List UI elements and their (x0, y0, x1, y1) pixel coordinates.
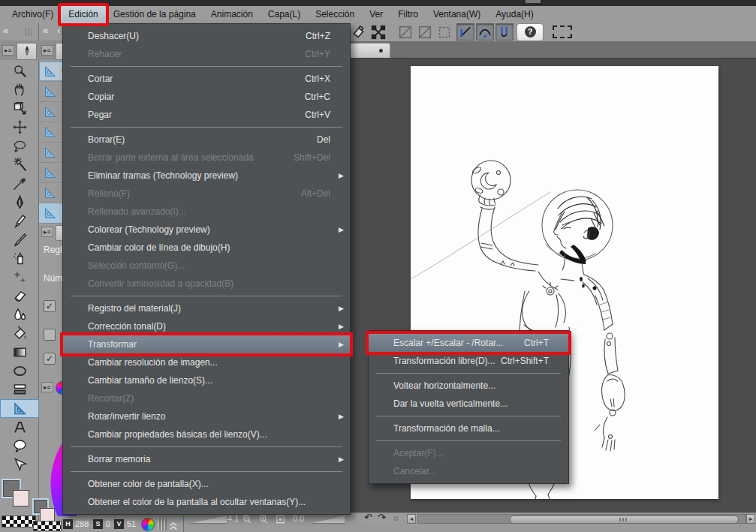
menu-item-pegar[interactable]: PegarCtrl+V (63, 106, 350, 124)
panel-menu-icon[interactable]: ▸≡ (2, 45, 14, 56)
scroll-left-button[interactable]: ◂ (407, 514, 416, 524)
menu-separator (71, 296, 342, 296)
figure-tool[interactable] (0, 362, 39, 380)
collapse-small-icon[interactable]: ‹ (57, 25, 60, 36)
menu-item-label: Selección contorno(G)... (88, 257, 330, 275)
zoom-in-icon[interactable] (258, 514, 270, 524)
menu-item-cortar[interactable]: CortarCtrl+X (63, 70, 350, 88)
property-menu-icon[interactable]: ▸≡ (41, 227, 53, 237)
menubar-item-ver[interactable]: Ver (362, 6, 390, 23)
property-field-label: Núm (44, 273, 62, 284)
menu-item-voltear-horizontalmente[interactable]: Voltear horizontalmente... (369, 377, 568, 395)
checkbox-checked[interactable]: ✓ (44, 353, 56, 365)
menu-item-aceptar-f: Aceptar(F)... (369, 444, 568, 462)
title-bar-notch (526, 0, 541, 3)
snap-to-grid-button[interactable] (495, 23, 514, 41)
ruler-tool[interactable] (0, 399, 39, 418)
zoom-out-icon[interactable] (242, 514, 253, 524)
selection-tool[interactable] (0, 137, 39, 155)
menu-item-deshacer-u[interactable]: Deshacer(U)Ctrl+Z (63, 27, 350, 45)
sub-color-swatch[interactable] (13, 490, 29, 506)
menu-item-shortcut: Alt+Del (301, 185, 330, 203)
expand-panel-chevron-icon[interactable] (168, 521, 179, 530)
scroll-right-button[interactable]: ▸ (746, 514, 755, 524)
airbrush-tool[interactable] (0, 249, 39, 268)
menu-item-cambiar-propiedades-b-sicas-del-lienzo-v[interactable]: Cambiar propiedades básicas del lienzo(V… (63, 425, 350, 443)
menubar-item-gesti-n-de-la-p-gina[interactable]: Gestión de la página (106, 6, 203, 23)
menu-item-colorear-technology-preview[interactable]: Colorear (Technology preview)▶ (63, 221, 350, 239)
menu-item-dar-la-vuelta-verticalmente[interactable]: Dar la vuelta verticalmente... (369, 395, 568, 413)
menu-item-borrar-e[interactable]: Borrar(E)Del (63, 131, 350, 149)
collapse-panel2-icon[interactable]: « (43, 25, 48, 36)
frame-tool[interactable] (0, 380, 39, 399)
decoration-tool[interactable] (0, 268, 39, 287)
rotate-cw-icon[interactable]: ↷ (378, 512, 386, 523)
scrollbar-thumb[interactable] (510, 515, 739, 524)
transform-handles-icon[interactable] (370, 24, 387, 41)
tool-palette-tab[interactable] (17, 43, 37, 60)
pencil-tool[interactable] (0, 212, 39, 230)
text-tool[interactable] (0, 418, 39, 437)
menubar-item-selecci-n[interactable]: Selección (308, 6, 362, 23)
zoom-tool[interactable] (0, 62, 39, 80)
menu-item-rellenado-avanzado-i: Rellenado avanzado(I)... (63, 203, 350, 221)
transparent-color-swatch[interactable] (2, 515, 36, 527)
move-tool[interactable] (0, 118, 39, 137)
checkbox-checked[interactable]: ✓ (44, 300, 56, 312)
pen-tool[interactable] (0, 193, 39, 212)
zoom-slider[interactable] (188, 515, 227, 524)
hand-tool[interactable] (0, 80, 39, 99)
subtool-menu-icon[interactable]: ▸≡ (41, 45, 53, 56)
wand-tool[interactable] (0, 155, 39, 174)
checkbox-unchecked[interactable] (44, 329, 56, 341)
menu-item-transformaci-n-de-malla[interactable]: Transformación de malla... (369, 419, 568, 437)
menu-item-obtener-color-de-pantalla-x[interactable]: Obtener color de pantalla(X)... (63, 475, 350, 493)
menu-item-eliminar-tramas-technology-preview[interactable]: Eliminar tramas (Technology preview)▶ (63, 167, 350, 185)
menu-item-rotar-invertir-lienzo[interactable]: Rotar/invertir lienzo▶ (63, 407, 350, 425)
panel-grip-icon[interactable]: ||| (25, 28, 33, 36)
menu-item-cambiar-tama-o-de-lienzo-s[interactable]: Cambiar tamaño de lienzo(S)... (63, 371, 350, 389)
fill-tool[interactable] (0, 324, 39, 343)
rotate-ccw-icon[interactable]: ↶ (364, 512, 372, 523)
rotation-slider[interactable] (310, 515, 345, 524)
submenu-arrow-icon: ▶ (339, 450, 344, 468)
collapse-panel-icon[interactable]: « (3, 25, 8, 36)
register-material-icon[interactable] (351, 24, 367, 41)
menubar-item-ayuda-h[interactable]: Ayuda(H) (488, 6, 541, 23)
menubar-item-edici-n[interactable]: Edición (61, 6, 105, 23)
menubar-item-filtro[interactable]: Filtro (390, 6, 426, 23)
menu-item-escalar-escalar-rotar[interactable]: Escalar +/Escalar - /Rotar...Ctrl+T (369, 334, 568, 352)
menu-item-correcci-n-tonal-d[interactable]: Corrección tonal(D)▶ (63, 317, 350, 335)
menubar-item-animaci-n[interactable]: Animación (203, 6, 261, 23)
reset-view-icon[interactable]: ☼ (392, 512, 400, 523)
gradient-tool[interactable] (0, 343, 39, 362)
snap-to-ruler-button[interactable] (456, 23, 474, 41)
blend-tool[interactable] (0, 305, 39, 324)
menu-item-cambiar-color-de-l-nea-de-dibujo-h[interactable]: Cambiar color de línea de dibujo(H) (63, 239, 350, 257)
menu-item-transformar[interactable]: Transformar▶ (63, 335, 350, 353)
menu-item-transformaci-n-libre-d[interactable]: Transformación libre(D)...Ctrl+Shift+T (369, 352, 568, 370)
menu-item-obtener-el-color-de-la-pantalla-al-ocultar-ventanas-y[interactable]: Obtener el color de la pantalla al ocult… (63, 493, 350, 511)
menu-item-cambiar-resoluci-n-de-imagen[interactable]: Cambiar resolución de imagen... (63, 353, 350, 371)
menu-item-registro-del-material-j[interactable]: Registro del material(J)▶ (63, 299, 350, 317)
correctline-tool[interactable] (0, 455, 39, 474)
help-button[interactable]: ? (517, 23, 544, 41)
fit-to-screen-icon[interactable] (275, 514, 286, 524)
menu-item-shortcut: Ctrl+Shift+T (501, 352, 549, 370)
eyedropper-tool[interactable] (0, 174, 39, 193)
balloon-tool[interactable] (0, 437, 39, 455)
panel-splitter[interactable] (158, 518, 167, 530)
eraser-icon (12, 288, 28, 304)
horizontal-scrollbar[interactable] (417, 514, 746, 524)
snap-to-special-ruler-button[interactable] (476, 23, 494, 41)
menubar-item-archivo-f[interactable]: Archivo(F) (5, 6, 61, 23)
eraser-tool[interactable] (0, 287, 39, 305)
menu-item-copiar[interactable]: CopiarCtrl+C (63, 88, 350, 106)
color-panel-transparent-swatch[interactable] (33, 521, 62, 531)
color-wheel-button[interactable] (141, 518, 155, 531)
menu-item-borrar-memoria[interactable]: Borrar memoria▶ (63, 450, 350, 468)
brush-tool[interactable] (0, 230, 39, 249)
operate-tool[interactable] (0, 99, 39, 118)
menubar-item-ventana-w[interactable]: Ventana(W) (426, 6, 488, 23)
menubar-item-capa-l[interactable]: Capa(L) (261, 6, 308, 23)
